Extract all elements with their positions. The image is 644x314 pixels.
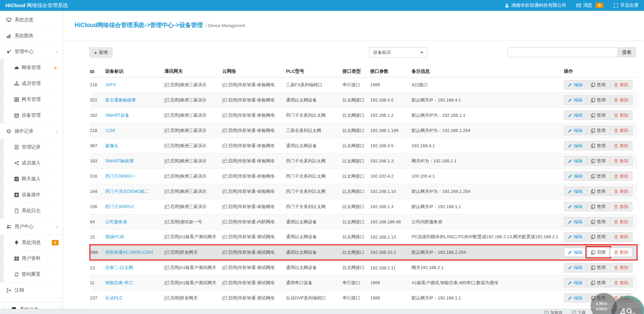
device-link[interactable]: SMART设备 (105, 113, 129, 118)
cell-interface-type: 以太网接口 (343, 214, 370, 229)
enable-button[interactable]: 启用 (587, 248, 609, 257)
edit-button[interactable]: 编辑 (564, 263, 586, 272)
account-menu[interactable]: 湖南华辰智通科技有限公司 (505, 2, 566, 8)
delete-button[interactable]: 删除 (610, 156, 632, 165)
search-button[interactable]: 搜索 (618, 47, 636, 57)
edit-button[interactable]: 编辑 (564, 156, 586, 165)
device-link[interactable]: 公司服务器 (105, 219, 127, 224)
sidebar-item-network-management[interactable]: 网络管理★ (0, 60, 63, 76)
edit-button[interactable]: 编辑 (564, 202, 586, 211)
edit-button[interactable]: 编辑 (564, 278, 586, 287)
disable-button[interactable]: 禁用 (587, 263, 609, 272)
delete-button[interactable]: 删除 (610, 263, 632, 272)
delete-button[interactable]: 删除 (610, 248, 632, 257)
device-link[interactable]: 台达PLC (105, 295, 123, 300)
sidebar-item-management-records[interactable]: 管理记录 (0, 139, 63, 155)
topbar-menu: 湖南华辰智通科技有限公司 消息 0 开启全屏 (505, 2, 639, 8)
device-link[interactable]: 西门子演示DEMO箱二 (105, 189, 149, 194)
disable-button[interactable]: 禁用 (587, 172, 609, 181)
sidebar-item-system-logs[interactable]: 系统日志 (0, 203, 63, 219)
device-link[interactable]: 摄像头 (105, 143, 119, 148)
cell-interface-type: 以太网接口 (343, 108, 370, 123)
add-button[interactable]: + 新增 (89, 47, 112, 58)
edit-button[interactable]: 编辑 (564, 172, 586, 181)
delete-button[interactable]: 删除 (610, 278, 632, 287)
delete-button[interactable]: 删除 (610, 111, 632, 120)
sidebar-item-device-management[interactable]: 设备管理 (0, 108, 63, 124)
device-link[interactable]: 智能仪表-串口 (105, 280, 133, 285)
messages-menu[interactable]: 消息 0 (576, 2, 603, 8)
cell-device-name: 西门子300PLC (105, 199, 165, 214)
disable-button[interactable]: 禁用 (587, 156, 609, 165)
sidebar-item-member-access[interactable]: 成员接入 (0, 155, 63, 171)
sidebar-item-label: 网关管理 (22, 96, 41, 103)
sidebar-item-logout[interactable]: 注销 (0, 283, 63, 298)
edit-button[interactable]: 编辑 (564, 111, 586, 120)
sidebar-item-member-management[interactable]: 成员管理 (0, 76, 63, 92)
delete-button[interactable]: 删除 (610, 80, 632, 89)
delete-button[interactable]: 删除 (610, 172, 632, 181)
delete-button[interactable]: 删除 (610, 217, 632, 226)
disable-button[interactable]: 禁用 (587, 80, 609, 89)
delete-button[interactable]: 删除 (610, 141, 632, 150)
sidebar-item-system-charts[interactable]: 系统图表 (0, 28, 63, 44)
sidebar-item-password-reset[interactable]: 密码重置 (0, 267, 63, 283)
sidebar-item-system-messages[interactable]: 系统消息0 (0, 235, 63, 251)
disable-button[interactable]: 禁用 (587, 95, 609, 105)
fullscreen-toggle[interactable]: 开启全屏 (614, 2, 639, 8)
edit-button[interactable]: 编辑 (564, 126, 586, 135)
copy-icon (591, 113, 595, 118)
sidebar-item-user-center[interactable]: 用户中心› (0, 219, 63, 235)
device-filter-select[interactable]: 设备标识 (369, 47, 427, 58)
device-link[interactable]: 西门子300PLC (105, 204, 134, 209)
edit-button[interactable]: 编辑 (564, 80, 586, 89)
cell-id: 13 (90, 260, 105, 275)
bottom-bar-item[interactable]: 下载 (572, 310, 586, 314)
edit-button[interactable]: 编辑 (564, 141, 586, 150)
delete-button[interactable]: 删除 (610, 187, 632, 196)
search-input[interactable] (507, 47, 618, 57)
sidebar-item-user-profile[interactable]: 用户资料 (0, 251, 63, 267)
sidebar-item-gateway-management[interactable]: 网关管理 (0, 92, 63, 108)
disable-button[interactable]: 禁用 (587, 126, 609, 135)
device-link[interactable]: 华辰智通AC 500PLC001 (105, 250, 153, 255)
device-link[interactable]: SMART触摸屏 (105, 158, 134, 163)
device-link[interactable]: 昆仑通泰触摸屏 (105, 97, 136, 103)
delete-button[interactable]: 删除 (610, 232, 632, 242)
device-link[interactable]: 现场PC机 (105, 234, 125, 239)
chart-icon (5, 33, 12, 38)
table-row: 236西门子300PLC[已启用]株洲三菱演示[已启用]华辰智通-体验网络西门子… (90, 199, 637, 214)
disable-button[interactable]: 禁用 (587, 278, 609, 287)
device-link[interactable]: JXFX (105, 82, 116, 87)
sidebar-item-system-overview[interactable]: 系统总览 (0, 12, 63, 28)
copy-icon (591, 234, 595, 239)
envelope-icon (576, 3, 581, 8)
disable-button[interactable]: 禁用 (587, 187, 609, 196)
sidebar-item-management-center[interactable]: 管理中心› (0, 44, 63, 60)
bottom-bar-item[interactable]: 加速器 (544, 310, 562, 314)
disable-button[interactable]: 禁用 (587, 232, 609, 242)
delete-button[interactable]: 删除 (610, 95, 632, 105)
edit-button[interactable]: 编辑 (564, 217, 586, 226)
share-icon (13, 161, 20, 165)
edit-button[interactable]: 编辑 (564, 293, 586, 302)
edit-button[interactable]: 编辑 (564, 95, 586, 105)
device-link[interactable]: 西门子DEMO一 (105, 174, 136, 179)
sidebar-item-device-operation[interactable]: 设备操作 (0, 187, 63, 203)
disable-button[interactable]: 禁用 (587, 202, 609, 211)
cell-remark: 默认网关IP：192.168.1.1 (412, 199, 564, 214)
disable-button[interactable]: 禁用 (587, 141, 609, 150)
device-link[interactable]: 1234 (105, 128, 115, 133)
cell-cloud-network: [已启用]华辰智通-测试网络 (222, 290, 286, 306)
edit-button[interactable]: 编辑 (564, 187, 586, 196)
disable-button[interactable]: 禁用 (587, 217, 609, 226)
edit-button[interactable]: 编辑 (564, 232, 586, 242)
cell-interface-param: 192.168.10.2 (370, 245, 412, 260)
sidebar-item-gateway-access[interactable]: 网关接入 (0, 171, 63, 187)
sidebar-item-operation-records[interactable]: 操作记录› (0, 124, 63, 139)
delete-button[interactable]: 删除 (610, 202, 632, 211)
device-link[interactable]: 仪表二-以太网 (105, 265, 133, 270)
delete-button[interactable]: 删除 (610, 126, 632, 135)
disable-button[interactable]: 禁用 (587, 111, 609, 120)
edit-button[interactable]: 编辑 (564, 248, 586, 257)
